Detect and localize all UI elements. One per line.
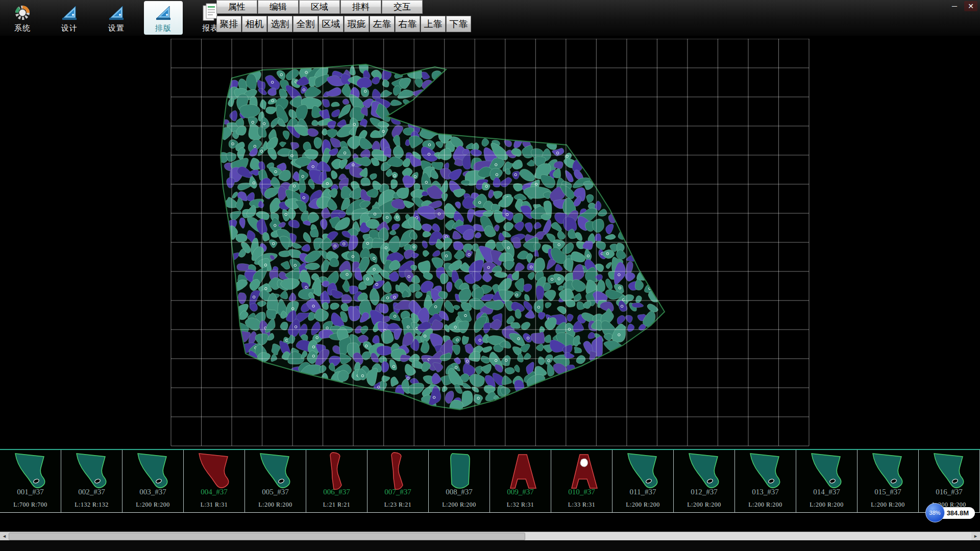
tool-button-5[interactable]: 区域 bbox=[318, 16, 344, 32]
bottom-filler bbox=[0, 540, 980, 551]
tool-button-2[interactable]: 相机 bbox=[242, 16, 267, 32]
part-name: 016_#37 bbox=[919, 488, 979, 496]
part-thumbnail-3[interactable]: 003_#37L:200 R:200 bbox=[122, 450, 184, 512]
part-shape bbox=[868, 450, 909, 491]
part-thumbnail-7[interactable]: 007_#37L:23 R:21 bbox=[368, 450, 429, 512]
part-size: L:31 R:31 bbox=[184, 501, 244, 509]
part-thumbnail-8[interactable]: 008_#37L:200 R:200 bbox=[429, 450, 490, 512]
part-name: 013_#37 bbox=[735, 488, 796, 496]
part-size: L:32 R:31 bbox=[490, 501, 551, 509]
part-thumbnail-9[interactable]: 009_#37L:32 R:31 bbox=[490, 450, 551, 512]
part-shape bbox=[439, 450, 480, 491]
part-thumbnail-6[interactable]: 006_#37L:21 R:21 bbox=[306, 450, 368, 512]
scrollbar-thumb[interactable] bbox=[9, 533, 525, 540]
part-shape bbox=[929, 450, 970, 491]
part-thumbnail-10[interactable]: 010_#37L:33 R:31 bbox=[551, 450, 612, 512]
part-thumbnail-4[interactable]: 004_#37L:31 R:31 bbox=[184, 450, 245, 512]
tool-button-row: 聚排相机选割全割区域瑕疵左靠右靠上靠下靠 bbox=[216, 16, 472, 32]
part-size: L:200 R:200 bbox=[245, 501, 306, 509]
gear-icon bbox=[14, 3, 31, 23]
part-shape bbox=[378, 450, 419, 491]
part-thumbnail-1[interactable]: 001_#37L:700 R:700 bbox=[0, 450, 61, 512]
nav-tab-label: 排版 bbox=[155, 23, 172, 33]
part-thumbnail-14[interactable]: 014_#37L:200 R:200 bbox=[796, 450, 857, 512]
part-size: L:200 R:200 bbox=[612, 501, 673, 509]
tool-button-4[interactable]: 全割 bbox=[293, 16, 318, 32]
menu-tab-3[interactable]: 区域 bbox=[299, 0, 340, 14]
part-shape bbox=[684, 450, 725, 491]
settings-icon bbox=[108, 3, 125, 23]
part-thumbnail-5[interactable]: 005_#37L:200 R:200 bbox=[245, 450, 306, 512]
tool-button-7[interactable]: 左靠 bbox=[370, 16, 395, 32]
nav-tab-2[interactable]: 设计 bbox=[50, 1, 89, 35]
scrollbar-track[interactable] bbox=[9, 532, 971, 540]
nav-tab-label: 设计 bbox=[61, 23, 78, 33]
part-size: L:200 R:200 bbox=[796, 501, 857, 509]
tool-button-1[interactable]: 聚排 bbox=[216, 16, 241, 32]
menu-area: 属性编辑区域排料交互 聚排相机选割全割区域瑕疵左靠右靠上靠下靠 bbox=[216, 0, 472, 32]
nesting-canvas[interactable] bbox=[0, 39, 980, 449]
part-name: 007_#37 bbox=[368, 488, 428, 496]
part-name: 010_#37 bbox=[551, 488, 612, 496]
scroll-right-arrow[interactable]: ► bbox=[971, 532, 980, 540]
nav-tab-3[interactable]: 设置 bbox=[97, 1, 136, 35]
menu-tab-row: 属性编辑区域排料交互 bbox=[216, 0, 472, 14]
part-size: L:132 R:132 bbox=[61, 501, 122, 509]
part-shape bbox=[194, 450, 235, 491]
part-size: L:200 R:200 bbox=[735, 501, 796, 509]
close-button[interactable]: ✕ bbox=[964, 1, 977, 11]
minimize-button[interactable]: ─ bbox=[948, 1, 961, 11]
part-shape bbox=[71, 450, 112, 491]
part-thumbnail-2[interactable]: 002_#37L:132 R:132 bbox=[61, 450, 122, 512]
design-icon bbox=[61, 3, 78, 23]
part-shape bbox=[500, 450, 541, 491]
nav-tabs: 系统设计设置排版报表 bbox=[3, 1, 230, 35]
status-indicator: 38% 384.8M bbox=[925, 503, 975, 522]
part-shape bbox=[561, 450, 602, 491]
menu-tab-5[interactable]: 交互 bbox=[382, 0, 423, 14]
part-thumbnail-15[interactable]: 015_#37L:200 R:200 bbox=[857, 450, 919, 512]
menu-tab-2[interactable]: 编辑 bbox=[258, 0, 299, 14]
progress-badge: 38% bbox=[925, 503, 945, 522]
part-name: 014_#37 bbox=[796, 488, 857, 496]
part-name: 001_#37 bbox=[0, 488, 61, 496]
part-shape bbox=[10, 450, 51, 491]
part-name: 011_#37 bbox=[612, 488, 673, 496]
horizontal-scrollbar[interactable]: ◄ ► bbox=[0, 532, 980, 540]
part-thumbnail-11[interactable]: 011_#37L:200 R:200 bbox=[612, 450, 674, 512]
part-thumbnail-12[interactable]: 012_#37L:200 R:200 bbox=[674, 450, 735, 512]
app-window: 系统设计设置排版报表 属性编辑区域排料交互 聚排相机选割全割区域瑕疵左靠右靠上靠… bbox=[0, 0, 980, 551]
nav-tab-4[interactable]: 排版 bbox=[144, 1, 183, 35]
part-name: 005_#37 bbox=[245, 488, 306, 496]
tool-button-10[interactable]: 下靠 bbox=[446, 16, 471, 32]
scroll-left-arrow[interactable]: ◄ bbox=[0, 532, 9, 540]
layout-icon bbox=[155, 3, 172, 23]
part-shape bbox=[623, 450, 664, 491]
part-name: 002_#37 bbox=[61, 488, 122, 496]
tool-button-9[interactable]: 上靠 bbox=[421, 16, 446, 32]
nesting-drawing bbox=[0, 39, 980, 449]
part-shape bbox=[316, 450, 357, 491]
toolbar: 系统设计设置排版报表 属性编辑区域排料交互 聚排相机选割全割区域瑕疵左靠右靠上靠… bbox=[0, 0, 980, 36]
part-name: 009_#37 bbox=[490, 488, 551, 496]
part-size: L:200 R:200 bbox=[857, 501, 918, 509]
tool-button-8[interactable]: 右靠 bbox=[395, 16, 420, 32]
part-size: L:200 R:200 bbox=[429, 501, 489, 509]
part-name: 004_#37 bbox=[184, 488, 244, 496]
part-shape bbox=[133, 450, 174, 491]
menu-tab-4[interactable]: 排料 bbox=[340, 0, 381, 14]
part-shape bbox=[806, 450, 847, 491]
menu-tab-1[interactable]: 属性 bbox=[216, 0, 257, 14]
part-name: 008_#37 bbox=[429, 488, 489, 496]
nav-tab-label: 系统 bbox=[14, 23, 31, 33]
part-thumbnail-13[interactable]: 013_#37L:200 R:200 bbox=[735, 450, 796, 512]
parts-strip: 001_#37L:700 R:700002_#37L:132 R:132003_… bbox=[0, 449, 980, 513]
part-name: 003_#37 bbox=[122, 488, 183, 496]
part-size: L:33 R:31 bbox=[551, 501, 612, 509]
nav-tab-1[interactable]: 系统 bbox=[3, 1, 42, 35]
part-name: 012_#37 bbox=[674, 488, 734, 496]
tool-button-6[interactable]: 瑕疵 bbox=[344, 16, 369, 32]
part-shape bbox=[255, 450, 296, 491]
part-name: 015_#37 bbox=[857, 488, 918, 496]
tool-button-3[interactable]: 选割 bbox=[267, 16, 292, 32]
